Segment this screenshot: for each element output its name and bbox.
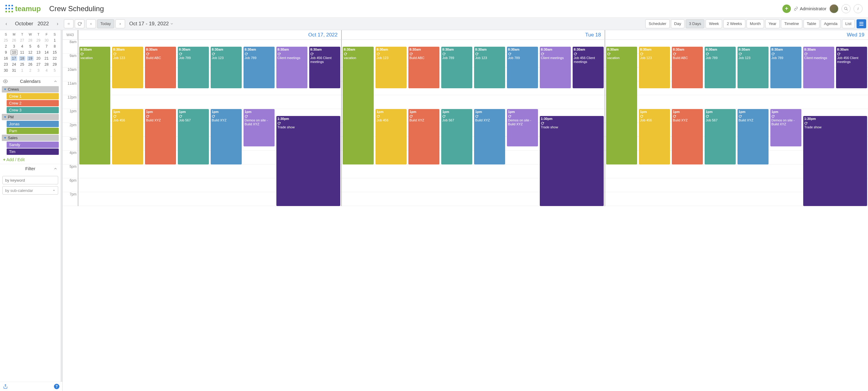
day-column[interactable]: 8:30am vacation8:30am Job 1238:30am Buil… bbox=[341, 40, 604, 206]
refresh-button[interactable] bbox=[75, 19, 84, 28]
event[interactable]: 8:30am vacation bbox=[79, 47, 111, 164]
event[interactable]: 8:30am Build ABC bbox=[672, 47, 703, 88]
mini-cal-day[interactable]: 30 bbox=[42, 37, 51, 43]
event[interactable]: 8:30am Job 789 bbox=[441, 47, 472, 88]
event[interactable]: 8:30am Job 456 Client meetings bbox=[836, 47, 867, 88]
event[interactable]: 8:30am Client meetings bbox=[803, 47, 835, 88]
event[interactable]: 8:30am Job 123 bbox=[211, 47, 242, 88]
event[interactable]: 8:30am Job 789 bbox=[507, 47, 538, 88]
view-tab-agenda[interactable]: Agenda bbox=[821, 19, 841, 28]
mini-cal-day[interactable]: 14 bbox=[42, 50, 51, 56]
calendar-item[interactable]: Crew 2 bbox=[7, 100, 59, 106]
mini-cal-day[interactable]: 27 bbox=[18, 37, 26, 43]
event[interactable]: 1pm Build XYZ bbox=[145, 109, 176, 164]
event[interactable]: 8:30am vacation bbox=[343, 47, 374, 164]
view-tab-list[interactable]: List bbox=[842, 19, 855, 28]
chevron-up-icon[interactable] bbox=[53, 79, 58, 84]
event[interactable]: 8:30am vacation bbox=[606, 47, 638, 164]
event[interactable]: 1pm Job 456 bbox=[112, 109, 144, 164]
event[interactable]: 8:30am Job 123 bbox=[112, 47, 144, 88]
mini-calendar[interactable]: SMTWTFS252627282930123456789101112131415… bbox=[0, 30, 61, 76]
help-icon[interactable]: ? bbox=[54, 384, 59, 389]
event[interactable]: 1pm Job 456 bbox=[639, 109, 670, 164]
menu-button[interactable] bbox=[857, 19, 866, 28]
mini-cal-day[interactable]: 3 bbox=[34, 67, 42, 73]
mini-cal-day[interactable]: 9 bbox=[2, 50, 10, 56]
next-range-button[interactable]: › bbox=[116, 19, 125, 28]
event[interactable]: 8:30am Job 123 bbox=[474, 47, 505, 88]
mini-cal-day[interactable]: 13 bbox=[34, 50, 42, 56]
mini-cal-day[interactable]: 12 bbox=[26, 50, 34, 56]
search-button[interactable] bbox=[841, 4, 850, 13]
mini-cal-day[interactable]: 21 bbox=[42, 56, 51, 61]
mini-cal-day[interactable]: 22 bbox=[51, 56, 59, 61]
mini-cal-day[interactable]: 29 bbox=[34, 37, 42, 43]
mini-cal-day[interactable]: 26 bbox=[26, 61, 34, 67]
mini-cal-day[interactable]: 31 bbox=[10, 67, 18, 73]
event[interactable]: 1pm Build XYZ bbox=[408, 109, 440, 164]
event[interactable]: 1pm Build XYZ bbox=[672, 109, 703, 164]
mini-cal-day[interactable]: 16 bbox=[2, 56, 10, 61]
calendar-item[interactable]: Tim bbox=[7, 149, 59, 155]
add-edit-link[interactable]: +Add / Edit bbox=[0, 156, 61, 164]
event[interactable]: 8:30am Job 123 bbox=[375, 47, 407, 88]
mini-cal-day[interactable]: 1 bbox=[18, 67, 26, 73]
share-icon[interactable] bbox=[3, 384, 8, 389]
next-month-button[interactable]: › bbox=[54, 21, 61, 27]
mini-cal-day[interactable]: 29 bbox=[51, 61, 59, 67]
view-tab-2-weeks[interactable]: 2 Weeks bbox=[723, 19, 745, 28]
mini-cal-day[interactable]: 28 bbox=[42, 61, 51, 67]
day-column[interactable]: 8:30am vacation8:30am Job 1238:30am Buil… bbox=[604, 40, 868, 206]
view-tab-day[interactable]: Day bbox=[671, 19, 684, 28]
event[interactable]: 8:30am Client meetings bbox=[540, 47, 571, 88]
calendars-section-header[interactable]: Calendars bbox=[0, 76, 61, 86]
date-range-picker[interactable]: Oct 17 - 19, 2022 bbox=[129, 21, 174, 27]
mini-cal-day[interactable]: 1 bbox=[51, 37, 59, 43]
calendar-item[interactable]: Pam bbox=[7, 128, 59, 134]
mini-cal-day[interactable]: 20 bbox=[34, 56, 42, 61]
event[interactable]: 1pm Job 567 bbox=[441, 109, 472, 164]
view-tab-scheduler[interactable]: Scheduler bbox=[645, 19, 670, 28]
mini-cal-day[interactable]: 27 bbox=[34, 61, 42, 67]
event[interactable]: 8:30am Job 123 bbox=[738, 47, 769, 88]
month-year-label[interactable]: October 2022 bbox=[10, 21, 54, 27]
mini-cal-day[interactable]: 28 bbox=[26, 37, 34, 43]
event[interactable]: 1pm Demos on site - Build XYZ bbox=[507, 109, 538, 146]
filter-section-header[interactable]: Filter bbox=[0, 164, 61, 173]
mini-cal-day[interactable]: 25 bbox=[2, 37, 10, 43]
event[interactable]: 1:30pm Trade show bbox=[276, 116, 341, 206]
mini-cal-day[interactable]: 18 bbox=[18, 56, 26, 61]
event[interactable]: 8:30am Job 789 bbox=[178, 47, 209, 88]
mini-cal-day[interactable]: 10 bbox=[10, 50, 18, 56]
add-button[interactable]: + bbox=[782, 4, 791, 13]
calendar-item[interactable]: Crew 3 bbox=[7, 107, 59, 113]
mini-cal-day[interactable]: 5 bbox=[26, 43, 34, 50]
avatar[interactable] bbox=[830, 4, 838, 13]
event[interactable]: 1pm Demos on site - Build XYZ bbox=[770, 109, 802, 146]
event[interactable]: 8:30am Job 789 bbox=[705, 47, 736, 88]
subcalendar-select[interactable]: by sub-calendar bbox=[2, 186, 58, 195]
event[interactable]: 8:30am Build ABC bbox=[145, 47, 176, 88]
visibility-icon[interactable] bbox=[3, 79, 8, 84]
event[interactable]: 1pm Job 567 bbox=[705, 109, 736, 164]
mini-cal-day[interactable]: 19 bbox=[26, 56, 34, 61]
mini-cal-day[interactable]: 8 bbox=[51, 43, 59, 50]
calendar-item[interactable]: Crew 1 bbox=[7, 93, 59, 99]
mini-cal-day[interactable]: 4 bbox=[42, 67, 51, 73]
mini-cal-day[interactable]: 26 bbox=[10, 37, 18, 43]
mini-cal-day[interactable]: 17 bbox=[10, 56, 18, 61]
mini-cal-day[interactable]: 3 bbox=[10, 43, 18, 50]
view-tab-week[interactable]: Week bbox=[706, 19, 722, 28]
event[interactable]: 1pm Demos on site - Build XYZ bbox=[244, 109, 275, 146]
chevron-up-icon[interactable] bbox=[53, 167, 58, 171]
event[interactable]: 1pm Build XYZ bbox=[211, 109, 242, 164]
mini-cal-day[interactable]: 2 bbox=[26, 67, 34, 73]
event[interactable]: 1pm Job 567 bbox=[178, 109, 209, 164]
logo[interactable]: teamup bbox=[5, 4, 41, 13]
event[interactable]: 1:30pm Trade show bbox=[803, 116, 867, 206]
today-button[interactable]: Today bbox=[97, 19, 114, 28]
view-tab-table[interactable]: Table bbox=[804, 19, 819, 28]
info-button[interactable]: i bbox=[854, 4, 863, 13]
prev-range-button[interactable]: ‹ bbox=[86, 19, 96, 28]
view-tab-month[interactable]: Month bbox=[747, 19, 764, 28]
